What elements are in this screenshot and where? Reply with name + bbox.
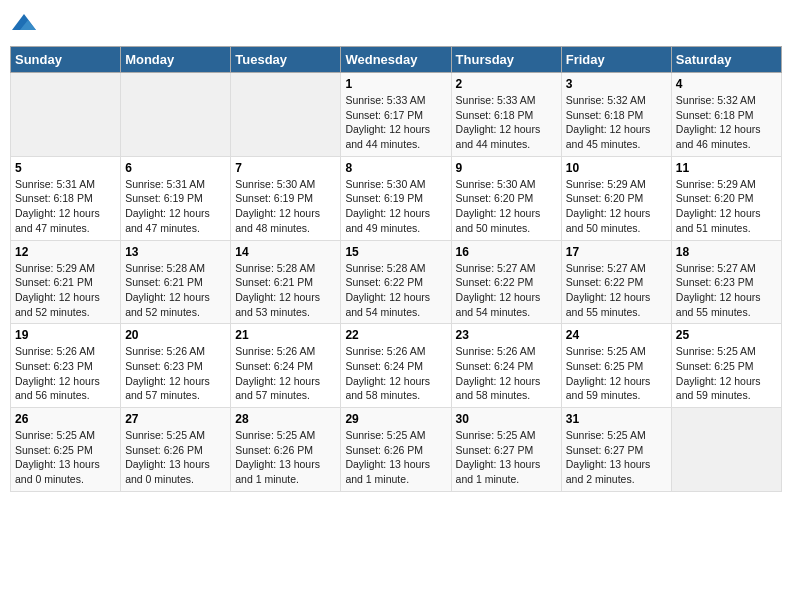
day-info: Sunrise: 5:25 AMSunset: 6:25 PMDaylight:… [15,428,116,487]
calendar-week: 12Sunrise: 5:29 AMSunset: 6:21 PMDayligh… [11,240,782,324]
day-info: Sunrise: 5:33 AMSunset: 6:18 PMDaylight:… [456,93,557,152]
day-number: 25 [676,328,777,342]
calendar-day: 3Sunrise: 5:32 AMSunset: 6:18 PMDaylight… [561,73,671,157]
day-info: Sunrise: 5:25 AMSunset: 6:26 PMDaylight:… [235,428,336,487]
day-info: Sunrise: 5:30 AMSunset: 6:19 PMDaylight:… [345,177,446,236]
day-info: Sunrise: 5:26 AMSunset: 6:23 PMDaylight:… [125,344,226,403]
calendar-day: 5Sunrise: 5:31 AMSunset: 6:18 PMDaylight… [11,156,121,240]
day-number: 2 [456,77,557,91]
calendar-day: 17Sunrise: 5:27 AMSunset: 6:22 PMDayligh… [561,240,671,324]
day-number: 13 [125,245,226,259]
calendar-table: SundayMondayTuesdayWednesdayThursdayFrid… [10,46,782,492]
page-header [10,10,782,38]
calendar-day [671,408,781,492]
day-info: Sunrise: 5:25 AMSunset: 6:26 PMDaylight:… [125,428,226,487]
calendar-day: 2Sunrise: 5:33 AMSunset: 6:18 PMDaylight… [451,73,561,157]
day-info: Sunrise: 5:30 AMSunset: 6:19 PMDaylight:… [235,177,336,236]
calendar-day: 24Sunrise: 5:25 AMSunset: 6:25 PMDayligh… [561,324,671,408]
calendar-day: 15Sunrise: 5:28 AMSunset: 6:22 PMDayligh… [341,240,451,324]
calendar-day: 16Sunrise: 5:27 AMSunset: 6:22 PMDayligh… [451,240,561,324]
day-number: 6 [125,161,226,175]
day-number: 14 [235,245,336,259]
day-number: 4 [676,77,777,91]
day-number: 11 [676,161,777,175]
day-info: Sunrise: 5:28 AMSunset: 6:22 PMDaylight:… [345,261,446,320]
day-number: 12 [15,245,116,259]
calendar-day: 22Sunrise: 5:26 AMSunset: 6:24 PMDayligh… [341,324,451,408]
day-info: Sunrise: 5:32 AMSunset: 6:18 PMDaylight:… [676,93,777,152]
day-info: Sunrise: 5:28 AMSunset: 6:21 PMDaylight:… [125,261,226,320]
calendar-day: 10Sunrise: 5:29 AMSunset: 6:20 PMDayligh… [561,156,671,240]
day-number: 31 [566,412,667,426]
day-info: Sunrise: 5:26 AMSunset: 6:24 PMDaylight:… [345,344,446,403]
calendar-day: 7Sunrise: 5:30 AMSunset: 6:19 PMDaylight… [231,156,341,240]
day-info: Sunrise: 5:29 AMSunset: 6:20 PMDaylight:… [676,177,777,236]
day-number: 8 [345,161,446,175]
calendar-day: 18Sunrise: 5:27 AMSunset: 6:23 PMDayligh… [671,240,781,324]
day-info: Sunrise: 5:26 AMSunset: 6:23 PMDaylight:… [15,344,116,403]
calendar-week: 5Sunrise: 5:31 AMSunset: 6:18 PMDaylight… [11,156,782,240]
logo [10,10,42,38]
day-info: Sunrise: 5:25 AMSunset: 6:27 PMDaylight:… [566,428,667,487]
day-number: 10 [566,161,667,175]
calendar-day [231,73,341,157]
day-info: Sunrise: 5:26 AMSunset: 6:24 PMDaylight:… [235,344,336,403]
day-number: 1 [345,77,446,91]
header-day: Thursday [451,47,561,73]
day-info: Sunrise: 5:31 AMSunset: 6:18 PMDaylight:… [15,177,116,236]
calendar-week: 19Sunrise: 5:26 AMSunset: 6:23 PMDayligh… [11,324,782,408]
calendar-day [11,73,121,157]
header-day: Tuesday [231,47,341,73]
day-number: 7 [235,161,336,175]
day-number: 30 [456,412,557,426]
header-day: Saturday [671,47,781,73]
calendar-day: 25Sunrise: 5:25 AMSunset: 6:25 PMDayligh… [671,324,781,408]
calendar-day: 13Sunrise: 5:28 AMSunset: 6:21 PMDayligh… [121,240,231,324]
day-info: Sunrise: 5:32 AMSunset: 6:18 PMDaylight:… [566,93,667,152]
header-day: Friday [561,47,671,73]
calendar-header: SundayMondayTuesdayWednesdayThursdayFrid… [11,47,782,73]
day-number: 3 [566,77,667,91]
calendar-day: 20Sunrise: 5:26 AMSunset: 6:23 PMDayligh… [121,324,231,408]
calendar-day: 4Sunrise: 5:32 AMSunset: 6:18 PMDaylight… [671,73,781,157]
day-number: 5 [15,161,116,175]
day-info: Sunrise: 5:25 AMSunset: 6:25 PMDaylight:… [676,344,777,403]
header-day: Sunday [11,47,121,73]
day-info: Sunrise: 5:33 AMSunset: 6:17 PMDaylight:… [345,93,446,152]
header-row: SundayMondayTuesdayWednesdayThursdayFrid… [11,47,782,73]
day-number: 16 [456,245,557,259]
day-info: Sunrise: 5:31 AMSunset: 6:19 PMDaylight:… [125,177,226,236]
day-info: Sunrise: 5:29 AMSunset: 6:21 PMDaylight:… [15,261,116,320]
day-info: Sunrise: 5:28 AMSunset: 6:21 PMDaylight:… [235,261,336,320]
day-number: 28 [235,412,336,426]
calendar-day: 31Sunrise: 5:25 AMSunset: 6:27 PMDayligh… [561,408,671,492]
calendar-day: 29Sunrise: 5:25 AMSunset: 6:26 PMDayligh… [341,408,451,492]
logo-icon [10,10,38,38]
day-number: 24 [566,328,667,342]
day-number: 23 [456,328,557,342]
calendar-day: 23Sunrise: 5:26 AMSunset: 6:24 PMDayligh… [451,324,561,408]
calendar-day: 6Sunrise: 5:31 AMSunset: 6:19 PMDaylight… [121,156,231,240]
calendar-week: 26Sunrise: 5:25 AMSunset: 6:25 PMDayligh… [11,408,782,492]
calendar-day: 9Sunrise: 5:30 AMSunset: 6:20 PMDaylight… [451,156,561,240]
day-number: 19 [15,328,116,342]
header-day: Monday [121,47,231,73]
day-number: 17 [566,245,667,259]
day-number: 9 [456,161,557,175]
header-day: Wednesday [341,47,451,73]
day-info: Sunrise: 5:25 AMSunset: 6:26 PMDaylight:… [345,428,446,487]
calendar-day: 28Sunrise: 5:25 AMSunset: 6:26 PMDayligh… [231,408,341,492]
day-info: Sunrise: 5:27 AMSunset: 6:22 PMDaylight:… [456,261,557,320]
calendar-day [121,73,231,157]
calendar-day: 21Sunrise: 5:26 AMSunset: 6:24 PMDayligh… [231,324,341,408]
calendar-day: 14Sunrise: 5:28 AMSunset: 6:21 PMDayligh… [231,240,341,324]
calendar-day: 26Sunrise: 5:25 AMSunset: 6:25 PMDayligh… [11,408,121,492]
calendar-day: 8Sunrise: 5:30 AMSunset: 6:19 PMDaylight… [341,156,451,240]
day-info: Sunrise: 5:30 AMSunset: 6:20 PMDaylight:… [456,177,557,236]
calendar-day: 30Sunrise: 5:25 AMSunset: 6:27 PMDayligh… [451,408,561,492]
calendar-day: 12Sunrise: 5:29 AMSunset: 6:21 PMDayligh… [11,240,121,324]
calendar-day: 1Sunrise: 5:33 AMSunset: 6:17 PMDaylight… [341,73,451,157]
day-info: Sunrise: 5:29 AMSunset: 6:20 PMDaylight:… [566,177,667,236]
calendar-day: 19Sunrise: 5:26 AMSunset: 6:23 PMDayligh… [11,324,121,408]
day-info: Sunrise: 5:25 AMSunset: 6:25 PMDaylight:… [566,344,667,403]
